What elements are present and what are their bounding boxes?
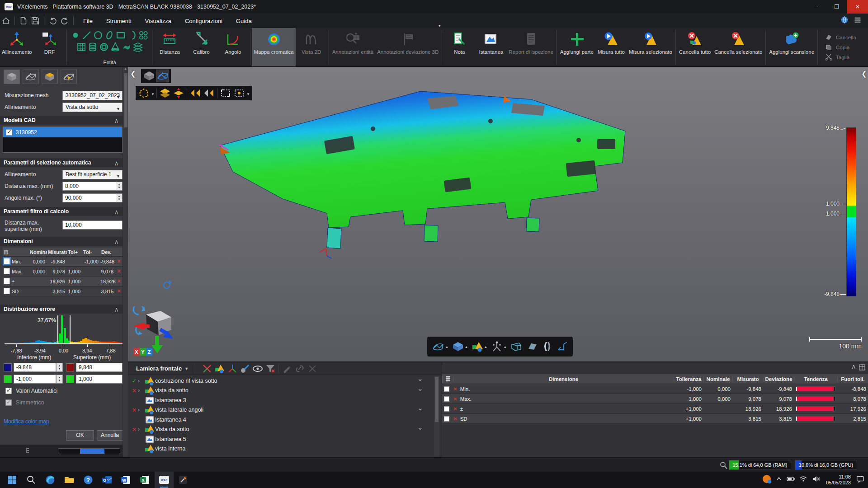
max-angle-input[interactable]: 90,000 — [62, 193, 116, 202]
lasso-selection-icon[interactable] — [137, 87, 150, 99]
visible-surfaces-icon[interactable] — [159, 87, 171, 99]
undo-icon[interactable] — [47, 15, 59, 26]
ribbon-aggiungi-scansione-button[interactable]: Aggiungi scansione — [767, 28, 816, 66]
max-color-swatch[interactable] — [66, 363, 74, 371]
section-filter-params[interactable]: Parametri filtro di calcoloᐱ — [0, 207, 123, 216]
excel-taskbar-icon[interactable]: X — [136, 472, 155, 488]
entities-icon[interactable] — [214, 364, 225, 374]
expander-icon[interactable]: › — [138, 387, 144, 394]
ribbon-distanza-button[interactable]: Distanza — [154, 28, 185, 66]
targets-display-icon[interactable]: ▲ — [491, 341, 507, 352]
result-row-checkbox[interactable] — [444, 406, 449, 412]
entities-display-icon[interactable]: ▲ — [472, 341, 487, 352]
cancel-button[interactable]: Annulla — [97, 430, 123, 441]
group-selector-caret-icon[interactable]: ▼ — [184, 366, 189, 371]
result-row-checkbox[interactable] — [444, 416, 449, 422]
results-table-row[interactable]: ✕SD+1,0003,8153,8152,815 — [442, 414, 868, 424]
alignment-combo[interactable]: Vista da sotto▼ — [62, 103, 123, 112]
close-button[interactable]: ✕ — [847, 0, 868, 14]
collapse-right-panel-icon[interactable]: ❮ — [861, 70, 867, 78]
menu-visualizza[interactable]: Visualizza — [138, 18, 178, 24]
mirror-display-icon[interactable] — [541, 341, 553, 352]
ribbon-aggiungi-parte-button[interactable]: Aggiungi parte — [558, 28, 595, 66]
row-chevron-icon[interactable]: ⌄ — [417, 375, 423, 383]
table-layout-icon[interactable] — [859, 364, 865, 371]
max-distance-stepper[interactable]: ▲▼ — [116, 182, 123, 191]
tray-caret-icon[interactable] — [775, 475, 783, 484]
solid-cube-icon[interactable] — [143, 70, 156, 82]
left-panel-scrollbar[interactable]: ▲ — [123, 67, 128, 457]
remove-entities-icon[interactable] — [202, 364, 212, 374]
dim-row-checkbox[interactable] — [4, 268, 10, 274]
solid-display-icon[interactable]: ▲ — [452, 341, 468, 352]
section-auto-selection[interactable]: Parametri di selezione automaticaᐱ — [0, 158, 123, 167]
circle-grid-icon[interactable] — [138, 30, 148, 42]
dims-table-row[interactable]: Max.0,0009,0781,0009,078✕ — [3, 267, 123, 277]
restore-button[interactable]: ❐ — [826, 0, 847, 14]
expander-icon[interactable]: › — [138, 378, 144, 384]
notification-center-icon[interactable] — [856, 475, 864, 485]
low-tol-color-swatch[interactable] — [4, 375, 12, 383]
mesh-view-button[interactable] — [23, 70, 39, 84]
ribbon-calibro-button[interactable]: Calibro — [185, 28, 217, 66]
min-value-stepper[interactable]: ▲▼ — [56, 363, 63, 372]
ribbon-angolo-button[interactable]: Angolo — [217, 28, 249, 66]
point-icon[interactable] — [71, 30, 80, 42]
flip-visible-icon[interactable] — [203, 87, 215, 99]
panel-list-icon[interactable] — [854, 16, 862, 26]
section-dimensions[interactable]: Dimensioniᐱ — [0, 237, 123, 246]
tree-scrollbar[interactable] — [434, 376, 439, 457]
high-tol-input[interactable]: 1,000 — [76, 375, 123, 384]
low-tol-input[interactable]: -1,000 — [14, 375, 56, 384]
dims-table-row[interactable]: ±18,9261,00018,926✕ — [3, 277, 123, 286]
collapse-left-panel-icon[interactable]: ❮ — [130, 70, 136, 78]
dim-row-checkbox[interactable] — [4, 278, 10, 284]
vxelements-taskbar-icon[interactable]: VXe — [155, 472, 174, 488]
menu-strumenti[interactable]: Strumenti — [99, 18, 138, 24]
group-selector[interactable]: Lamiera frontale — [136, 365, 182, 372]
row-chevron-icon[interactable]: ⌄ — [417, 385, 423, 393]
dim-row-checkbox[interactable] — [4, 258, 10, 264]
viewport-3d[interactable]: ❮ ❮ ▼▼ — [128, 67, 868, 361]
row-chevron-icon[interactable]: ⌄ — [417, 404, 423, 412]
edge-taskbar-icon[interactable] — [41, 472, 60, 488]
result-row-checkbox[interactable] — [444, 396, 449, 402]
help-taskbar-icon[interactable]: ? — [79, 472, 98, 488]
high-tol-color-swatch[interactable] — [66, 375, 74, 383]
dims-table-row[interactable]: Min.0,000-9,848-1,000-9,848✕ — [3, 257, 123, 267]
ribbon-nota-button[interactable]: Nota — [443, 28, 475, 66]
new-session-icon[interactable] — [18, 15, 29, 26]
filter-icon[interactable] — [265, 364, 276, 374]
results-table-row[interactable]: ✕±+1,00018,92618,92617,926 — [442, 404, 868, 414]
dropdown-caret-icon[interactable]: ▼ — [151, 89, 155, 97]
line-icon[interactable] — [82, 30, 92, 42]
ribbon-misura-tutto-button[interactable]: Misura tutto — [595, 28, 627, 66]
solid-colored-view-button[interactable] — [42, 70, 58, 84]
online-services-globe-icon[interactable] — [840, 15, 849, 26]
wireframe-mesh-icon[interactable] — [156, 70, 169, 82]
surface-distance-input[interactable]: 10,000 — [62, 221, 123, 230]
dim-row-checkbox[interactable] — [4, 288, 10, 294]
arc-icon[interactable] — [127, 30, 137, 42]
menu-guida[interactable]: Guida — [229, 18, 259, 24]
plane-grid-icon[interactable] — [76, 42, 86, 54]
ok-button[interactable]: OK — [66, 430, 94, 441]
colormap-dab-icon[interactable] — [240, 364, 250, 374]
section-tool-icon[interactable] — [557, 341, 568, 352]
search-taskbar-icon[interactable] — [22, 472, 41, 488]
battery-icon[interactable] — [786, 475, 795, 484]
ellipse-icon[interactable] — [104, 30, 114, 42]
circle-icon[interactable] — [93, 30, 103, 42]
wifi-icon[interactable] — [799, 475, 808, 484]
part-3d-colormap-model[interactable] — [215, 86, 631, 262]
tree-item[interactable]: ✕›Vista da sotto⌄ — [128, 425, 426, 435]
tree-item[interactable]: ✓›costruzione rif vista sotto⌄ — [128, 376, 426, 386]
volume-icon[interactable] — [811, 475, 821, 484]
ribbon-allineamento-button[interactable]: Allineamento — [0, 28, 33, 66]
start-taskbar-icon[interactable] — [3, 472, 22, 488]
tree-item[interactable]: vista interna — [128, 444, 426, 454]
results-table-row[interactable]: ✕Max.1,0000,0009,0789,0788,078 — [442, 394, 868, 404]
bounding-box-icon[interactable] — [510, 341, 522, 352]
word-taskbar-icon[interactable]: W — [117, 472, 136, 488]
outlook-taskbar-icon[interactable]: O — [98, 472, 117, 488]
